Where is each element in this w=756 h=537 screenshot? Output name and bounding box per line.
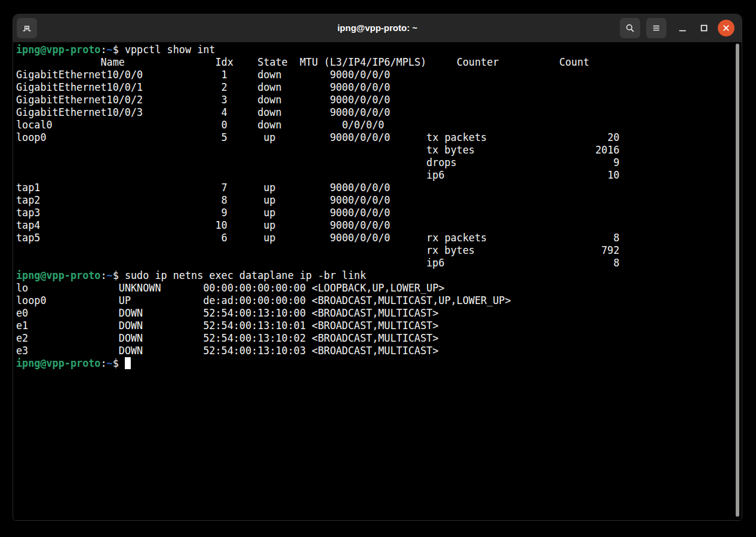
terminal-line: local0 0 down 0/0/0/0 — [16, 119, 742, 131]
close-button[interactable] — [718, 20, 735, 36]
terminal-line: ipng@vpp-proto:~$ sudo ip netns exec dat… — [16, 269, 742, 282]
terminal-output: ipng@vpp-proto:~$ vppctl show int Name I… — [16, 44, 742, 370]
terminal-line: e0 DOWN 52:54:00:13:10:00 <BROADCAST,MUL… — [16, 307, 742, 320]
headerbar: ipng@vpp-proto: ~ — [13, 14, 742, 42]
terminal-line: Name Idx State MTU (L3/IP4/IP6/MPLS) Cou… — [16, 56, 742, 69]
minimize-icon — [678, 23, 687, 33]
terminal-line: ip6 10 — [16, 169, 742, 182]
menu-button[interactable] — [646, 18, 666, 38]
search-icon — [625, 23, 635, 33]
terminal-line: ip6 8 — [16, 257, 742, 269]
hamburger-menu-icon — [651, 23, 661, 33]
terminal-line: e1 DOWN 52:54:00:13:10:01 <BROADCAST,MUL… — [16, 320, 742, 332]
terminal-line: ipng@vpp-proto:~$ — [16, 357, 742, 370]
search-button[interactable] — [620, 18, 640, 38]
terminal-line: tap4 10 up 9000/0/0/0 — [16, 219, 742, 232]
terminal-window: ipng@vpp-proto: ~ — [13, 14, 742, 521]
terminal-line: tap1 7 up 9000/0/0/0 — [16, 182, 742, 194]
terminal-line: tx bytes 2016 — [16, 144, 742, 157]
terminal-line: GigabitEthernet10/0/3 4 down 9000/0/0/0 — [16, 106, 742, 119]
terminal-line: loop0 5 up 9000/0/0/0 tx packets 20 — [16, 131, 742, 144]
minimize-button[interactable] — [677, 14, 688, 42]
terminal-line: GigabitEthernet10/0/1 2 down 9000/0/0/0 — [16, 81, 742, 94]
maximize-icon — [699, 23, 709, 33]
terminal-line: GigabitEthernet10/0/2 3 down 9000/0/0/0 — [16, 94, 742, 106]
new-tab-icon — [22, 23, 32, 33]
terminal-line: GigabitEthernet10/0/0 1 down 9000/0/0/0 — [16, 69, 742, 81]
close-icon — [722, 24, 730, 32]
terminal-line: lo UNKNOWN 00:00:00:00:00:00 <LOOPBACK,U… — [16, 282, 742, 294]
terminal-line: drops 9 — [16, 157, 742, 169]
terminal-line: tap3 9 up 9000/0/0/0 — [16, 207, 742, 219]
terminal-line: e2 DOWN 52:54:00:13:10:02 <BROADCAST,MUL… — [16, 332, 742, 345]
terminal-line: tap5 6 up 9000/0/0/0 rx packets 8 — [16, 232, 742, 244]
maximize-button[interactable] — [699, 14, 709, 42]
terminal-line: e3 DOWN 52:54:00:13:10:03 <BROADCAST,MUL… — [16, 345, 742, 357]
terminal-line: tap2 8 up 9000/0/0/0 — [16, 194, 742, 207]
scrollbar-thumb[interactable] — [736, 44, 739, 517]
text-cursor — [125, 357, 131, 369]
terminal-line: rx bytes 792 — [16, 244, 742, 257]
terminal-line: ipng@vpp-proto:~$ vppctl show int — [16, 44, 742, 56]
terminal-screen[interactable]: ipng@vpp-proto:~$ vppctl show int Name I… — [13, 42, 742, 520]
new-tab-button[interactable] — [17, 18, 37, 38]
terminal-line: loop0 UP de:ad:00:00:00:00 <BROADCAST,MU… — [16, 294, 742, 307]
